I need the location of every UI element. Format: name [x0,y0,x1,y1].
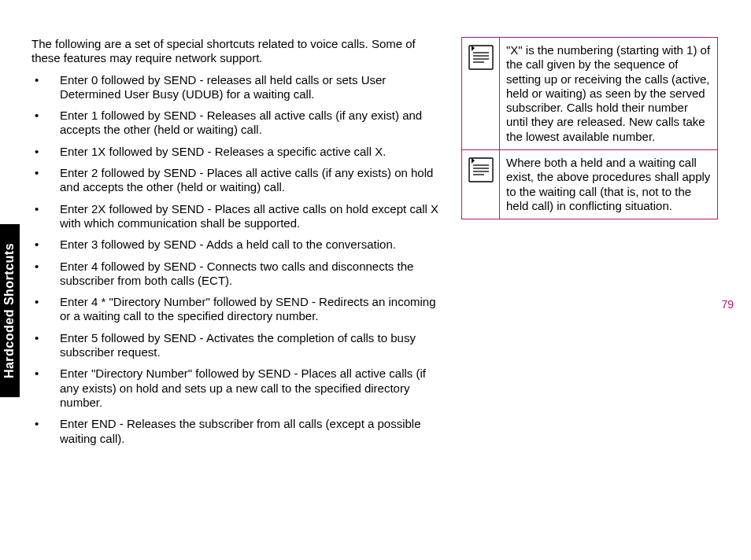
note-icon-cell [462,38,500,150]
list-item: Enter 2 followed by SEND - Places all ac… [31,166,441,195]
note-text: Where both a held and a waiting call exi… [500,150,718,219]
list-item: Enter 5 followed by SEND - Activates the… [31,331,441,360]
list-item: Enter 0 followed by SEND - releases all … [31,73,441,102]
page-content: The following are a set of special short… [31,37,724,453]
note-text: "X" is the numbering (starting with 1) o… [500,38,718,150]
list-item: Enter END - Releases the subscriber from… [31,417,441,446]
list-item: Enter 1 followed by SEND - Releases all … [31,109,441,138]
table-row: Where both a held and a waiting call exi… [462,150,718,219]
intro-paragraph: The following are a set of special short… [31,37,441,66]
list-item: Enter 2X followed by SEND - Places all a… [31,202,441,231]
notes-table: "X" is the numbering (starting with 1) o… [461,37,718,219]
left-column: The following are a set of special short… [31,37,441,453]
note-icon [468,44,494,71]
note-icon-cell [462,150,500,219]
list-item: Enter 1X followed by SEND - Releases a s… [31,145,441,159]
side-tab: Hardcoded Shortcuts [0,224,20,397]
list-item: Enter 3 followed by SEND - Adds a held c… [31,238,441,252]
note-icon [468,157,494,183]
right-column: "X" is the numbering (starting with 1) o… [461,37,718,453]
list-item: Enter "Directory Number" followed by SEN… [31,367,441,410]
list-item: Enter 4 followed by SEND - Connects two … [31,260,441,289]
side-tab-label: Hardcoded Shortcuts [3,243,17,378]
table-row: "X" is the numbering (starting with 1) o… [462,38,718,150]
shortcut-list: Enter 0 followed by SEND - releases all … [31,73,441,446]
list-item: Enter 4 * "Directory Number" followed by… [31,295,441,324]
